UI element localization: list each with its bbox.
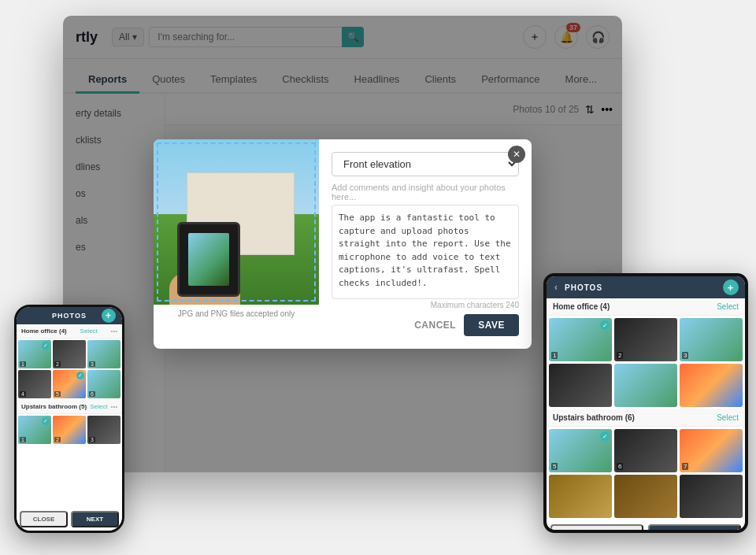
phone-section-title-1: Home office (4) (21, 327, 67, 335)
tablet-grid-2: ✓ 5 6 7 (547, 427, 745, 520)
tablet-thumb-1[interactable]: ✓ 1 (549, 318, 612, 361)
phone-grid-1: ✓ 1 2 3 4 ✓ 5 6 (17, 339, 122, 400)
modal-photo-inner (154, 139, 319, 305)
photo-edit-modal: ✕ (154, 139, 532, 349)
cancel-button[interactable]: CANCEL (414, 320, 456, 331)
tablet-screen: ‹ PHOTOS + Home office (4) Select ✓ 1 2 … (547, 276, 745, 530)
tablet-thumb-b6[interactable] (680, 475, 743, 518)
phone-section-home-office: Home office (4) Select ••• (17, 324, 122, 339)
phone-thumb-b2[interactable]: 2 (53, 416, 86, 444)
phone-close-button[interactable]: CLOSE (20, 511, 68, 527)
modal-actions: CANCEL SAVE (332, 314, 519, 336)
phone-grid-2: ✓ 1 2 3 (17, 414, 122, 446)
modal-photo-caption: JPG and PNG files accepted only (154, 305, 319, 323)
phone-more-dots-2[interactable]: ••• (111, 403, 117, 410)
tablet-header: ‹ PHOTOS + (547, 276, 745, 298)
tablet-check-1: ✓ (600, 320, 610, 330)
phone-add-button[interactable]: + (102, 309, 116, 323)
phone-title: PHOTOS (52, 312, 87, 320)
tablet-section-bathroom: Upstairs bathroom (6) Select (547, 409, 745, 427)
tablet-section-title-1: Home office (4) (553, 302, 610, 311)
tablet-select-link-1[interactable]: Select (717, 302, 739, 311)
phone-thumb-6[interactable]: 6 (87, 370, 120, 398)
modal-comment-textarea[interactable]: The app is a fantastic tool to capture a… (332, 205, 519, 299)
tablet-mockup: ‹ PHOTOS + Home office (4) Select ✓ 1 2 … (543, 273, 748, 533)
tablet-thumb-b3[interactable]: 7 (680, 429, 743, 472)
tablet-thumb-b5[interactable] (614, 475, 677, 518)
phone-thumb-b1[interactable]: ✓ 1 (18, 416, 51, 444)
tablet-thumb-2[interactable]: 2 (614, 318, 677, 361)
phone-check-1: ✓ (42, 342, 50, 350)
phone-check-b1: ✓ (42, 417, 50, 425)
phone-section-title-2: Upstairs bathroom (5) (21, 403, 87, 410)
phone-more-dots[interactable]: ••• (111, 327, 117, 335)
tablet-section-title-2: Upstairs bathroom (6) (553, 413, 635, 422)
phone-thumb-3[interactable]: 3 (87, 340, 120, 368)
phone-check-5: ✓ (76, 372, 84, 379)
phone-mockup: PHOTOS + Home office (4) Select ••• ✓ 1 … (14, 305, 124, 533)
tablet-close-button[interactable]: CLOSE (550, 524, 643, 530)
tablet-title: PHOTOS (565, 283, 602, 292)
modal-form: Front elevation Add comments and insight… (319, 139, 532, 349)
tablet-add-button[interactable]: + (723, 279, 739, 295)
phone-screen: PHOTOS + Home office (4) Select ••• ✓ 1 … (17, 307, 122, 531)
tablet-thumb-3[interactable]: 3 (680, 318, 743, 361)
tablet-thumb-4[interactable] (549, 364, 612, 407)
scene-tablet-screen (188, 233, 229, 286)
tablet-select-link-2[interactable]: Select (717, 413, 739, 422)
phone-thumb-4[interactable]: 4 (18, 370, 51, 398)
tablet-thumb-6[interactable] (680, 364, 743, 407)
tablet-check-b1: ✓ (600, 431, 610, 441)
modal-comment-placeholder: Add comments and insight about your phot… (332, 183, 519, 202)
tablet-thumb-b1[interactable]: ✓ 5 (549, 429, 612, 472)
phone-thumb-5[interactable]: ✓ 5 (53, 370, 86, 398)
modal-overlay: ✕ (63, 16, 622, 472)
tablet-footer: CLOSE NEXT (547, 520, 745, 530)
modal-photo-image (154, 139, 319, 305)
phone-thumb-2[interactable]: 2 (53, 340, 86, 368)
photo-label-select[interactable]: Front elevation (332, 152, 519, 176)
save-button[interactable]: SAVE (464, 314, 519, 336)
tablet-thumb-b4[interactable] (549, 475, 612, 518)
desktop-app: rtly All ▾ 🔍 ＋ 🔔 37 🎧 (63, 16, 622, 472)
phone-select-link-2[interactable]: Select (90, 403, 107, 410)
modal-body: JPG and PNG files accepted only Front el… (154, 139, 532, 349)
phone-section-bathroom: Upstairs bathroom (5) Select ••• (17, 400, 122, 414)
scene-tablet (177, 222, 240, 297)
phone-header: PHOTOS + (17, 307, 122, 324)
phone-select-link-1[interactable]: Select (80, 327, 98, 335)
modal-char-count: Maximum characters 240 (332, 301, 519, 309)
phone-thumb-1[interactable]: ✓ 1 (18, 340, 51, 368)
phone-footer: CLOSE NEXT (17, 508, 122, 531)
modal-close-button[interactable]: ✕ (508, 146, 525, 163)
phone-thumb-b3[interactable]: 3 (87, 416, 120, 444)
phone-next-button[interactable]: NEXT (71, 511, 119, 527)
modal-photo-area: JPG and PNG files accepted only (154, 139, 319, 349)
tablet-back-button[interactable]: ‹ (554, 282, 558, 293)
tablet-section-home-office: Home office (4) Select (547, 298, 745, 316)
tablet-grid-1: ✓ 1 2 3 (547, 316, 745, 409)
tablet-next-button[interactable]: NEXT (648, 524, 741, 530)
tablet-thumb-5[interactable] (614, 364, 677, 407)
tablet-thumb-b2[interactable]: 6 (614, 429, 677, 472)
